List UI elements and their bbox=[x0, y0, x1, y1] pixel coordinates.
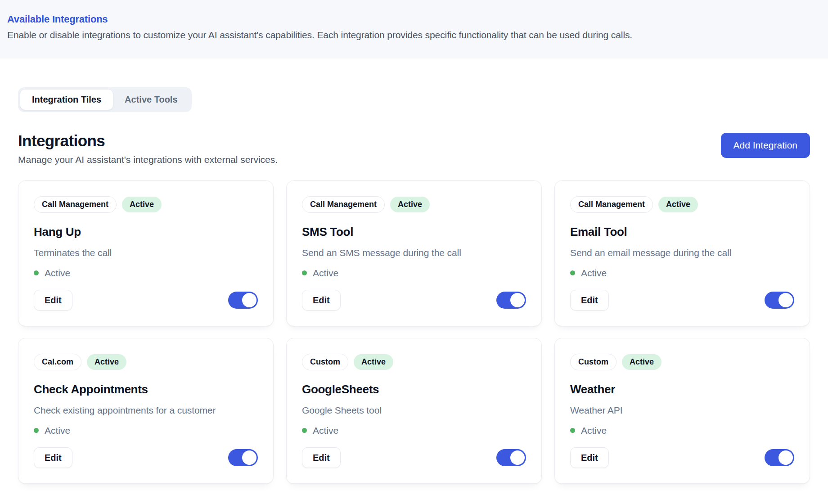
integration-toggle[interactable] bbox=[228, 449, 258, 466]
category-badge: Custom bbox=[570, 354, 616, 370]
integrations-grid: Call Management Active Hang Up Terminate… bbox=[18, 180, 810, 484]
badge-row: Cal.com Active bbox=[34, 354, 258, 370]
status-dot-icon bbox=[302, 428, 307, 433]
badge-row: Call Management Active bbox=[34, 196, 258, 213]
add-integration-button[interactable]: Add Integration bbox=[721, 133, 810, 158]
integration-description: Google Sheets tool bbox=[302, 405, 526, 416]
edit-button[interactable]: Edit bbox=[34, 290, 72, 310]
card-footer: Edit bbox=[302, 447, 526, 468]
active-badge: Active bbox=[658, 197, 698, 212]
integration-title: GoogleSheets bbox=[302, 382, 526, 396]
status-text: Active bbox=[313, 268, 338, 279]
status-row: Active bbox=[570, 425, 794, 436]
active-badge: Active bbox=[122, 197, 162, 212]
header-subtitle: Enable or disable integrations to custom… bbox=[7, 30, 821, 40]
card-footer: Edit bbox=[34, 447, 258, 468]
edit-button[interactable]: Edit bbox=[570, 290, 609, 310]
integration-card: Custom Active GoogleSheets Google Sheets… bbox=[286, 338, 542, 484]
integration-description: Check existing appointments for a custom… bbox=[34, 405, 258, 416]
integration-toggle[interactable] bbox=[765, 292, 794, 309]
status-row: Active bbox=[570, 268, 794, 279]
integration-title: Weather bbox=[570, 382, 794, 396]
header-band: Available Integrations Enable or disable… bbox=[0, 0, 828, 58]
status-text: Active bbox=[313, 425, 338, 436]
category-badge: Call Management bbox=[302, 196, 385, 213]
toggle-knob bbox=[778, 293, 793, 307]
view-tabs: Integration Tiles Active Tools bbox=[18, 87, 192, 112]
status-dot-icon bbox=[34, 270, 39, 275]
integration-description: Send an email message during the call bbox=[570, 248, 794, 258]
active-badge: Active bbox=[390, 197, 430, 212]
integration-card: Cal.com Active Check Appointments Check … bbox=[18, 338, 274, 484]
toggle-knob bbox=[778, 450, 793, 465]
status-row: Active bbox=[302, 425, 526, 436]
integration-card: Custom Active Weather Weather API Active… bbox=[554, 338, 810, 484]
active-badge: Active bbox=[87, 354, 126, 370]
card-footer: Edit bbox=[570, 290, 794, 310]
integration-card: Call Management Active Email Tool Send a… bbox=[554, 180, 810, 326]
toggle-knob bbox=[510, 293, 525, 307]
badge-row: Call Management Active bbox=[570, 196, 794, 213]
badge-row: Call Management Active bbox=[302, 196, 526, 213]
category-badge: Call Management bbox=[570, 196, 653, 213]
status-row: Active bbox=[34, 268, 258, 279]
toggle-knob bbox=[242, 450, 256, 465]
card-footer: Edit bbox=[302, 290, 526, 310]
integration-title: Check Appointments bbox=[34, 382, 258, 396]
section-header-text: Integrations Manage your AI assistant's … bbox=[18, 132, 278, 165]
integration-toggle[interactable] bbox=[765, 449, 794, 466]
edit-button[interactable]: Edit bbox=[302, 290, 341, 310]
badge-row: Custom Active bbox=[570, 354, 794, 370]
integration-card: Call Management Active SMS Tool Send an … bbox=[286, 180, 542, 326]
integration-description: Terminates the call bbox=[34, 248, 258, 258]
integration-description: Weather API bbox=[570, 405, 794, 416]
main-content: Integration Tiles Active Tools Integrati… bbox=[0, 58, 828, 484]
integration-title: Hang Up bbox=[34, 225, 258, 239]
status-row: Active bbox=[302, 268, 526, 279]
integration-toggle[interactable] bbox=[228, 292, 258, 309]
status-text: Active bbox=[45, 425, 70, 436]
status-dot-icon bbox=[570, 270, 575, 275]
card-footer: Edit bbox=[570, 447, 794, 468]
card-footer: Edit bbox=[34, 290, 258, 310]
category-badge: Custom bbox=[302, 354, 348, 370]
status-dot-icon bbox=[302, 270, 307, 275]
edit-button[interactable]: Edit bbox=[34, 447, 72, 468]
category-badge: Call Management bbox=[34, 196, 117, 213]
available-integrations-link[interactable]: Available Integrations bbox=[7, 14, 821, 25]
status-text: Active bbox=[45, 268, 70, 279]
page-title: Integrations bbox=[18, 132, 278, 150]
tab-integration-tiles[interactable]: Integration Tiles bbox=[20, 90, 113, 110]
edit-button[interactable]: Edit bbox=[302, 447, 341, 468]
integration-card: Call Management Active Hang Up Terminate… bbox=[18, 180, 274, 326]
tab-active-tools[interactable]: Active Tools bbox=[113, 90, 189, 110]
category-badge: Cal.com bbox=[34, 354, 81, 370]
edit-button[interactable]: Edit bbox=[570, 447, 609, 468]
active-badge: Active bbox=[622, 354, 662, 370]
page-description: Manage your AI assistant's integrations … bbox=[18, 154, 278, 165]
integration-description: Send an SMS message during the call bbox=[302, 248, 526, 258]
integration-toggle[interactable] bbox=[496, 292, 526, 309]
toggle-knob bbox=[510, 450, 525, 465]
active-badge: Active bbox=[354, 354, 393, 370]
integration-title: SMS Tool bbox=[302, 225, 526, 239]
status-row: Active bbox=[34, 425, 258, 436]
status-text: Active bbox=[581, 425, 607, 436]
section-header: Integrations Manage your AI assistant's … bbox=[18, 132, 810, 165]
badge-row: Custom Active bbox=[302, 354, 526, 370]
status-text: Active bbox=[581, 268, 607, 279]
toggle-knob bbox=[242, 293, 256, 307]
integration-toggle[interactable] bbox=[496, 449, 526, 466]
integration-title: Email Tool bbox=[570, 225, 794, 239]
status-dot-icon bbox=[570, 428, 575, 433]
status-dot-icon bbox=[34, 428, 39, 433]
